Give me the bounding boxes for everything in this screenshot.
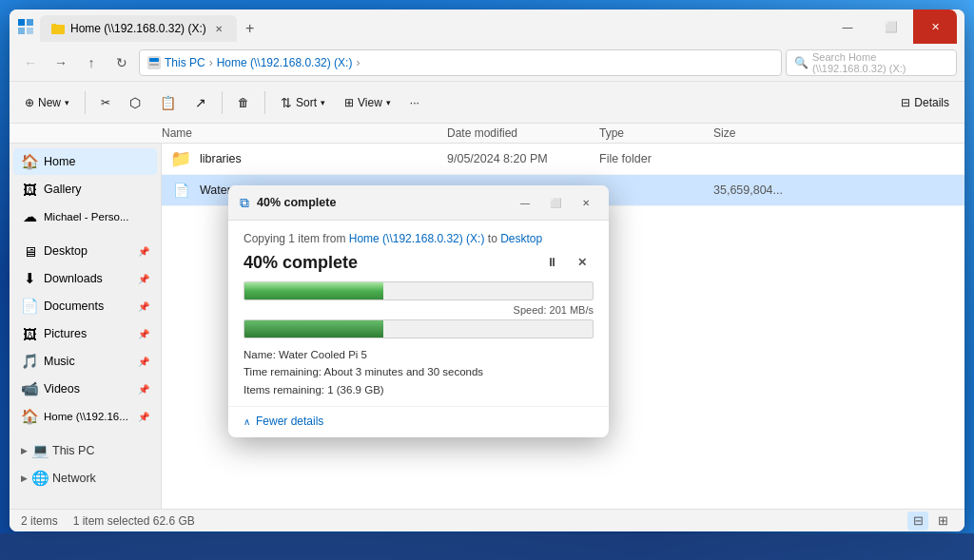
sidebar-spacer-2 bbox=[10, 431, 161, 436]
sidebar-item-this-pc[interactable]: ▶ 💻 This PC bbox=[13, 437, 157, 464]
user-icon: ☁ bbox=[21, 208, 38, 225]
copy-button[interactable]: ⬡ bbox=[122, 91, 148, 114]
maximize-button[interactable]: ⬜ bbox=[869, 10, 913, 44]
status-bar: 2 items 1 item selected 62.6 GB ⊟ ⊞ bbox=[10, 509, 964, 531]
dialog-controls: ⏸ ✕ bbox=[540, 251, 594, 274]
network-chevron: ▶ bbox=[21, 473, 28, 483]
cut-button[interactable]: ✂ bbox=[93, 92, 118, 113]
new-icon: ⊕ bbox=[25, 96, 34, 109]
col-header-type[interactable]: Type bbox=[599, 126, 713, 140]
col-header-size[interactable]: Size bbox=[713, 126, 789, 140]
svg-rect-3 bbox=[27, 28, 33, 34]
sidebar-michael-label: Michael - Perso... bbox=[44, 211, 128, 222]
search-placeholder: Search Home (\\192.168.0.32) (X:) bbox=[812, 51, 948, 74]
videos-pin-icon: 📌 bbox=[138, 384, 149, 395]
dialog-from-link[interactable]: Home (\\192.168.0.32) (X:) bbox=[349, 232, 485, 245]
search-bar[interactable]: 🔍 Search Home (\\192.168.0.32) (X:) bbox=[786, 49, 957, 76]
sidebar-item-downloads[interactable]: ⬇ Downloads 📌 bbox=[13, 265, 157, 292]
share-icon: ↗ bbox=[195, 95, 206, 110]
more-button[interactable]: ··· bbox=[402, 92, 427, 113]
details-view-toggle[interactable]: ⊟ bbox=[907, 512, 928, 531]
fewer-details-label: Fewer details bbox=[256, 415, 323, 428]
dialog-footer[interactable]: ∧ Fewer details bbox=[228, 406, 609, 437]
delete-icon: 🗑 bbox=[238, 96, 249, 109]
taskbar bbox=[0, 533, 974, 560]
sidebar-item-pictures[interactable]: 🖼 Pictures 📌 bbox=[13, 320, 157, 347]
details-icon: ⊟ bbox=[901, 96, 910, 109]
title-bar: Home (\\192.168.0.32) (X:) ✕ + — ⬜ ✕ bbox=[10, 10, 964, 44]
minimize-button[interactable]: — bbox=[826, 10, 869, 44]
sort-button[interactable]: ⇅ Sort ▾ bbox=[273, 91, 333, 114]
dialog-details: Name: Water Cooled Pi 5 Time remaining: … bbox=[244, 346, 594, 398]
dialog-time-row: Time remaining: About 3 minutes and 30 s… bbox=[244, 363, 594, 380]
sidebar-item-home[interactable]: 🏠 Home bbox=[13, 148, 157, 175]
sidebar-item-network[interactable]: ▶ 🌐 Network bbox=[13, 465, 157, 492]
sidebar-item-home-net[interactable]: 🏠 Home (\\192.16... 📌 bbox=[13, 403, 157, 430]
documents-pin-icon: 📌 bbox=[138, 301, 149, 312]
view-button[interactable]: ⊞ View ▾ bbox=[337, 92, 399, 113]
downloads-icon: ⬇ bbox=[21, 270, 38, 287]
share-button[interactable]: ↗ bbox=[187, 91, 214, 114]
tiles-view-toggle[interactable]: ⊞ bbox=[932, 512, 953, 531]
dialog-subtitle: Copying 1 item from Home (\\192.168.0.32… bbox=[244, 232, 594, 245]
videos-icon: 📹 bbox=[21, 380, 38, 397]
desktop-icon: 🖥 bbox=[21, 242, 38, 260]
details-label: Details bbox=[914, 96, 949, 109]
sidebar-home-net-label: Home (\\192.16... bbox=[44, 411, 128, 422]
new-tab-button[interactable]: + bbox=[237, 15, 263, 42]
dialog-body: Copying 1 item from Home (\\192.168.0.32… bbox=[228, 221, 609, 398]
sidebar-item-videos[interactable]: 📹 Videos 📌 bbox=[13, 376, 157, 402]
file-row-libraries[interactable]: 📁 libraries 9/05/2024 8:20 PM File folde… bbox=[162, 144, 964, 175]
dialog-to-link[interactable]: Desktop bbox=[500, 232, 542, 245]
home-icon: 🏠 bbox=[21, 153, 38, 170]
progress-speed: Speed: 201 MB/s bbox=[244, 304, 594, 316]
svg-rect-6 bbox=[149, 58, 159, 62]
libraries-date: 9/05/2024 8:20 PM bbox=[447, 152, 599, 165]
breadcrumb-current[interactable]: Home (\\192.168.0.32) (X:) bbox=[217, 56, 353, 69]
dialog-maximize-button[interactable]: ⬜ bbox=[544, 193, 567, 212]
breadcrumb-this-pc[interactable]: This PC bbox=[165, 56, 205, 69]
col-header-date[interactable]: Date modified bbox=[447, 126, 599, 140]
cut-icon: ✂ bbox=[101, 96, 110, 109]
sidebar-item-michael[interactable]: ☁ Michael - Perso... bbox=[13, 203, 157, 230]
delete-button[interactable]: 🗑 bbox=[230, 92, 257, 113]
dialog-close-button[interactable]: ✕ bbox=[575, 193, 597, 212]
back-button[interactable]: ← bbox=[17, 49, 44, 76]
item-count: 2 items bbox=[21, 514, 58, 528]
libraries-name: libraries bbox=[200, 152, 447, 165]
tab-close-button[interactable]: ✕ bbox=[212, 22, 225, 35]
svg-rect-4 bbox=[51, 25, 65, 34]
sidebar-home-label: Home bbox=[44, 155, 75, 168]
sidebar-item-documents[interactable]: 📄 Documents 📌 bbox=[13, 293, 157, 319]
sidebar-item-gallery[interactable]: 🖼 Gallery bbox=[13, 176, 157, 203]
libraries-type: File folder bbox=[599, 152, 713, 165]
svg-rect-7 bbox=[149, 64, 159, 66]
music-icon: 🎵 bbox=[21, 353, 38, 370]
sidebar-downloads-label: Downloads bbox=[44, 272, 103, 285]
view-label: View bbox=[358, 96, 382, 109]
watercooled-icon: 📄 bbox=[169, 179, 192, 202]
copy-progress-dialog[interactable]: ⧉ 40% complete — ⬜ ✕ Copying 1 item from… bbox=[228, 185, 609, 437]
active-tab[interactable]: Home (\\192.168.0.32) (X:) ✕ bbox=[40, 15, 237, 42]
sidebar-spacer bbox=[10, 231, 161, 237]
up-button[interactable]: ↑ bbox=[78, 49, 105, 76]
home-net-pin-icon: 📌 bbox=[138, 412, 149, 422]
dialog-minimize-button[interactable]: — bbox=[514, 193, 536, 212]
svg-rect-2 bbox=[18, 28, 25, 34]
details-button[interactable]: ⊟ Details bbox=[893, 92, 957, 113]
breadcrumb-bar[interactable]: This PC › Home (\\192.168.0.32) (X:) › bbox=[139, 49, 782, 76]
forward-button[interactable]: → bbox=[48, 49, 74, 76]
close-button[interactable]: ✕ bbox=[913, 10, 957, 44]
sidebar-gallery-label: Gallery bbox=[44, 183, 82, 196]
pause-button[interactable]: ⏸ bbox=[540, 251, 563, 274]
sidebar-item-music[interactable]: 🎵 Music 📌 bbox=[13, 348, 157, 375]
new-button[interactable]: ⊕ New ▾ bbox=[17, 92, 77, 113]
location-icon bbox=[147, 56, 161, 69]
sidebar-item-desktop[interactable]: 🖥 Desktop 📌 bbox=[13, 238, 157, 264]
cancel-copy-button[interactable]: ✕ bbox=[571, 251, 594, 274]
pin-icon: 📌 bbox=[138, 246, 149, 257]
col-header-name[interactable]: Name bbox=[162, 126, 447, 140]
paste-button[interactable]: 📋 bbox=[152, 91, 184, 114]
refresh-button[interactable]: ↻ bbox=[108, 49, 135, 76]
sidebar-videos-label: Videos bbox=[44, 382, 80, 396]
